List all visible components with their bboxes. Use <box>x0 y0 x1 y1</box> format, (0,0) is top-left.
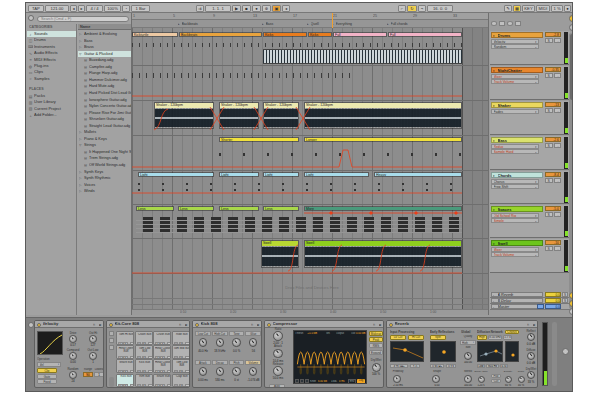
track-name-bar[interactable]: ▸Master <box>491 304 543 309</box>
pad-solo-button[interactable]: S <box>142 342 147 345</box>
tempo-display[interactable]: 121.00 <box>45 5 69 12</box>
pad-solo-button[interactable]: S <box>142 370 147 373</box>
draw-mode-button[interactable]: ✎ <box>504 5 512 12</box>
automation-chooser[interactable]: Sample Hard▾ <box>491 149 539 154</box>
arm-record-button[interactable]: ● <box>554 108 562 113</box>
search-input[interactable]: Search (Cmd + F) <box>37 16 129 22</box>
device-button[interactable]: 8.50 kHz <box>488 335 502 340</box>
knob[interactable] <box>527 352 535 360</box>
automation-chooser[interactable]: Mixer▾ <box>491 247 539 252</box>
clip[interactable]: More <box>304 206 462 212</box>
vertical-scrollbar[interactable] <box>569 33 572 309</box>
pad-play-icon[interactable]: ▸ <box>167 384 172 387</box>
master-volume-display[interactable]: 0.0 <box>545 304 561 309</box>
arm-record-button[interactable]: ● <box>554 246 562 251</box>
drum-pad[interactable]: Kick 808MS▸ <box>135 359 153 373</box>
automation-chooser[interactable]: Redux▾ <box>491 144 539 149</box>
device-button[interactable]: Fixed <box>37 379 57 384</box>
knob[interactable] <box>69 371 77 379</box>
pad-play-icon[interactable]: ▸ <box>185 384 190 387</box>
drum-pad[interactable]: Kick 808MS▸ <box>116 374 134 388</box>
clip[interactable]: Less <box>263 206 299 212</box>
knob[interactable] <box>393 375 401 383</box>
arm-record-button[interactable]: ● <box>554 212 562 217</box>
knob[interactable] <box>478 376 485 383</box>
beat-time-ruler[interactable] <box>132 13 488 20</box>
drum-pad[interactable]: Crash 808MS▸ <box>153 331 171 345</box>
tap-tempo-button[interactable]: TAP <box>28 5 44 12</box>
track-volume-display[interactable]: -8.4 <box>545 172 561 177</box>
knob[interactable] <box>89 335 97 343</box>
time-signature-display[interactable]: 4 / 4 <box>86 5 103 12</box>
master-pan-display[interactable] <box>537 304 544 309</box>
pad-solo-button[interactable]: S <box>160 370 165 373</box>
pad-solo-button[interactable]: S <box>123 342 128 345</box>
arm-record-button[interactable]: ● <box>554 178 562 183</box>
operation-chooser[interactable]: Vel▾ <box>37 362 61 367</box>
sidebar-item-current-project[interactable]: ▧Current Project <box>27 106 76 112</box>
knob[interactable] <box>464 352 472 360</box>
device-title-bar[interactable]: Reverb⥁▣ <box>387 321 538 328</box>
sidebar-item-audio-effects[interactable]: ∿Audio Effects <box>27 50 76 56</box>
pad-mute-button[interactable]: M <box>155 342 160 345</box>
browser-tree-item[interactable]: ▷Piano & Keys <box>78 136 132 142</box>
output-label[interactable]: Output <box>336 332 350 336</box>
drum-pad[interactable]: Tom Mid 808MS▸ <box>172 345 190 359</box>
clip[interactable]: Light <box>138 172 214 178</box>
device-activator-icon[interactable] <box>37 323 41 327</box>
track-name-bar[interactable]: ▾Chords <box>491 172 543 178</box>
automation-chooser[interactable]: Freq Shift▾ <box>491 184 539 189</box>
clip[interactable]: Kickturtle <box>132 32 178 38</box>
knob[interactable] <box>232 338 240 346</box>
re-enable-automation-button[interactable]: ◂ <box>282 5 290 12</box>
ip-freq-value[interactable]: 4.25 kHz <box>390 364 408 369</box>
drum-pad[interactable]: Ride 808MS▸ <box>172 331 190 345</box>
clip[interactable]: Less <box>178 206 214 212</box>
solo-button[interactable]: S <box>562 298 568 303</box>
solo-button[interactable]: S <box>545 108 553 113</box>
clip[interactable]: Full <box>333 32 387 38</box>
clip[interactable]: Swell <box>261 240 299 268</box>
track-volume-display[interactable]: -13 <box>545 102 561 107</box>
device-button[interactable]: RMS <box>369 343 383 348</box>
disk-overload-indicator[interactable]: ● <box>564 5 571 12</box>
knob[interactable] <box>216 338 224 346</box>
clip[interactable]: Heavy <box>374 172 462 178</box>
clip[interactable]: Longer <box>304 137 462 143</box>
pad-mute-button[interactable]: M <box>118 356 123 359</box>
device-button[interactable]: Makeup <box>369 331 383 336</box>
pad-play-icon[interactable]: ▸ <box>148 370 153 373</box>
clip[interactable]: Shaker - 120bpm <box>263 102 299 129</box>
activity-dot-icon[interactable] <box>295 379 299 383</box>
pad-play-icon[interactable]: ▸ <box>167 370 172 373</box>
sidebar-item-sounds[interactable]: ♪Sounds <box>27 31 76 37</box>
automation-chooser[interactable]: Track Volume▾ <box>491 79 539 84</box>
arm-record-button[interactable]: ● <box>554 143 562 148</box>
info-view-toggle[interactable] <box>562 348 569 355</box>
solo-button[interactable]: S <box>562 292 568 297</box>
hot-swap-icon[interactable]: ⥁ <box>179 323 183 327</box>
drum-pad[interactable]: Hihat Open 808MS▸ <box>116 345 134 359</box>
pad-solo-button[interactable]: S <box>142 384 147 387</box>
pad-mute-button[interactable]: M <box>155 356 160 359</box>
pad-mute-button[interactable]: M <box>137 342 142 345</box>
hot-swap-icon[interactable]: ⥁ <box>93 323 97 327</box>
er-freq-value[interactable]: 0.30 Hz <box>430 364 444 369</box>
knob[interactable] <box>464 375 472 383</box>
automation-chooser[interactable]: Velocity▾ <box>491 39 539 44</box>
range-value[interactable]: 90 <box>83 372 93 377</box>
mixer-section-toggle[interactable] <box>569 308 572 315</box>
knob[interactable] <box>69 335 77 343</box>
lane-toggle-button[interactable] <box>515 21 521 26</box>
groove-amount-display[interactable]: 100% <box>104 5 121 12</box>
pad-mute-button[interactable]: M <box>118 342 123 345</box>
zoom-in-icon[interactable] <box>305 379 309 383</box>
pad-play-icon[interactable]: ▸ <box>130 384 135 387</box>
knob[interactable] <box>527 371 535 379</box>
solo-button[interactable]: S <box>545 73 553 78</box>
clip[interactable]: Shaker - 120bpm <box>304 102 462 129</box>
nudge-down-button[interactable]: ◂ <box>70 5 77 12</box>
fold-device-icon[interactable]: ▣ <box>257 323 261 327</box>
browser-tree-item[interactable]: ▤Hard Picked Dist Lead Gui <box>78 90 132 96</box>
pad-solo-button[interactable]: S <box>142 356 147 359</box>
